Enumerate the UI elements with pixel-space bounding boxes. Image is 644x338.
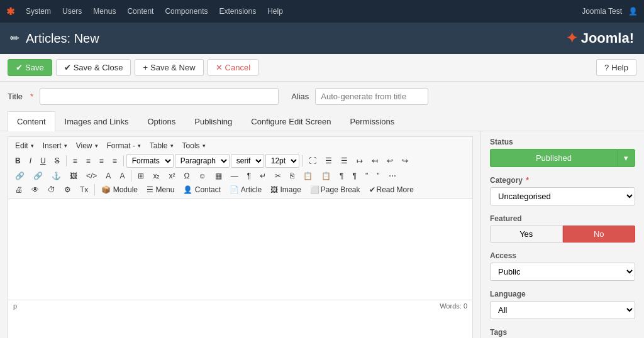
- alias-input[interactable]: [315, 88, 428, 105]
- clear-format-btn[interactable]: Tx: [76, 184, 92, 195]
- bg-color-btn[interactable]: A: [116, 170, 128, 182]
- redo-btn[interactable]: ↪: [398, 155, 412, 166]
- size-select[interactable]: 12pt: [265, 154, 299, 168]
- code-btn[interactable]: </>: [82, 170, 101, 182]
- status-published-btn[interactable]: Published: [490, 149, 617, 167]
- tab-images-links[interactable]: Images and Links: [55, 111, 138, 131]
- featured-no-btn[interactable]: No: [563, 226, 636, 243]
- help-button[interactable]: ? Help: [596, 59, 636, 76]
- font-select[interactable]: serif: [231, 154, 264, 168]
- image-insert-btn[interactable]: 🖼 Image: [267, 184, 305, 195]
- tab-permissions[interactable]: Permissions: [340, 111, 404, 131]
- paste-btn[interactable]: 📋: [299, 170, 316, 182]
- category-select[interactable]: Uncategorised: [490, 187, 635, 205]
- nav-item-help[interactable]: Help: [262, 0, 288, 23]
- nav-item-menus[interactable]: Menus: [88, 0, 121, 23]
- media-btn[interactable]: ▦: [211, 170, 226, 182]
- tab-content[interactable]: Content: [8, 111, 55, 131]
- save-new-button[interactable]: + Save & New: [135, 59, 203, 76]
- nav-item-system[interactable]: System: [21, 0, 56, 23]
- language-select[interactable]: All: [490, 301, 635, 319]
- quote-left-btn[interactable]: ": [362, 170, 372, 182]
- nav-item-extensions[interactable]: Extensions: [214, 0, 261, 23]
- word-count: Words: 0: [440, 302, 467, 310]
- anchor-btn[interactable]: ⚓: [48, 170, 65, 182]
- image-btn[interactable]: 🖼: [66, 170, 81, 182]
- status-section: Status Published ▾: [490, 138, 635, 167]
- right-sidebar: Status Published ▾ Category * Uncategori…: [480, 131, 644, 338]
- contact-btn[interactable]: 👤 Contact: [179, 184, 225, 195]
- editor-toolbar-row-3: 🔗 🔗 ⚓ 🖼 </> A A ⊞ x₂ x² Ω ☺ ▦ — ¶ ↵: [11, 169, 469, 183]
- format-select[interactable]: Formats: [126, 154, 174, 168]
- align-center-btn[interactable]: ≡: [82, 155, 94, 166]
- print-btn[interactable]: 🖨: [11, 184, 26, 195]
- nav-item-users[interactable]: Users: [57, 0, 87, 23]
- list-ol-btn[interactable]: ☰: [337, 155, 352, 166]
- align-justify-btn[interactable]: ≡: [109, 155, 121, 166]
- unlink-btn[interactable]: 🔗: [30, 170, 47, 182]
- paragraph-select[interactable]: Paragraph: [175, 154, 230, 168]
- nonbreaking-btn[interactable]: ↵: [256, 170, 270, 182]
- special-char-btn[interactable]: Ω: [180, 170, 193, 182]
- cut-btn[interactable]: ✂: [271, 170, 285, 182]
- strikethrough-btn[interactable]: S: [51, 155, 64, 166]
- nav-item-components[interactable]: Components: [160, 0, 213, 23]
- read-more-btn[interactable]: ✔ Read More: [365, 184, 418, 195]
- paste-word-btn[interactable]: 📋: [318, 170, 335, 182]
- indent-btn[interactable]: ↦: [353, 155, 367, 166]
- insert-menu[interactable]: Insert: [39, 140, 71, 151]
- undo-btn[interactable]: ↩: [383, 155, 397, 166]
- blockquote-btn[interactable]: ¶: [243, 170, 255, 182]
- sub-btn[interactable]: x₂: [149, 170, 164, 182]
- table-btn[interactable]: ⊞: [134, 170, 148, 182]
- list-ul-btn[interactable]: ☰: [321, 155, 336, 166]
- cleanup-btn[interactable]: ⚙: [60, 184, 75, 195]
- save-button[interactable]: ✔ Save: [8, 59, 52, 76]
- table-menu[interactable]: Table: [146, 140, 177, 151]
- fullscreen-btn[interactable]: ⛶: [305, 155, 320, 166]
- underline-btn[interactable]: U: [36, 155, 50, 166]
- tab-publishing[interactable]: Publishing: [185, 111, 242, 131]
- user-icon[interactable]: 👤: [628, 7, 638, 16]
- copy-btn[interactable]: ⎘: [286, 170, 298, 182]
- divider5: [94, 184, 95, 195]
- editor-content[interactable]: [8, 199, 472, 300]
- outdent-btn[interactable]: ↤: [368, 155, 382, 166]
- show-blocks-btn[interactable]: ¶: [336, 170, 347, 182]
- joomla-brand-icon[interactable]: ✱: [6, 6, 14, 18]
- edit-menu[interactable]: Edit: [11, 140, 38, 151]
- title-input[interactable]: [40, 88, 279, 105]
- tab-options[interactable]: Options: [138, 111, 185, 131]
- view-menu[interactable]: View: [72, 140, 102, 151]
- menu-btn[interactable]: ☰ Menu: [143, 184, 178, 195]
- article-btn[interactable]: 📄 Article: [226, 184, 265, 195]
- save-close-button[interactable]: ✔ Save & Close: [56, 59, 131, 76]
- quote-right-btn[interactable]: ": [373, 170, 383, 182]
- italic-btn[interactable]: I: [26, 155, 35, 166]
- page-break-btn[interactable]: ⬜ Page Break: [306, 184, 364, 195]
- format-menu[interactable]: Format -: [103, 140, 145, 151]
- status-dropdown-btn[interactable]: ▾: [617, 149, 635, 167]
- nav-item-content[interactable]: Content: [122, 0, 158, 23]
- header-title-group: ✏ Articles: New: [10, 31, 99, 46]
- hr-btn[interactable]: —: [227, 170, 242, 182]
- align-right-btn[interactable]: ≡: [96, 155, 108, 166]
- emoji-btn[interactable]: ☺: [194, 170, 209, 182]
- cancel-button[interactable]: ✕ Cancel: [208, 59, 258, 76]
- preview-btn[interactable]: 👁: [28, 184, 43, 195]
- editor-toolbar-row-2: B I U S ≡ ≡ ≡ ≡ Formats Paragraph: [11, 153, 469, 169]
- module-btn[interactable]: 📦 Module: [97, 184, 142, 195]
- bold-btn[interactable]: B: [11, 155, 25, 166]
- link-btn[interactable]: 🔗: [11, 170, 28, 182]
- char-map-btn[interactable]: ¶: [349, 170, 360, 182]
- language-section: Language All: [490, 290, 635, 319]
- tab-configure-edit-screen[interactable]: Configure Edit Screen: [242, 111, 340, 131]
- align-left-btn[interactable]: ≡: [69, 155, 81, 166]
- tools-menu[interactable]: Tools: [179, 140, 209, 151]
- access-select[interactable]: Public: [490, 263, 635, 281]
- font-color-btn[interactable]: A: [102, 170, 114, 182]
- timer-btn[interactable]: ⏱: [44, 184, 59, 195]
- more-btn[interactable]: ⋯: [385, 170, 400, 182]
- sup-btn[interactable]: x²: [165, 170, 179, 182]
- featured-yes-btn[interactable]: Yes: [490, 226, 563, 243]
